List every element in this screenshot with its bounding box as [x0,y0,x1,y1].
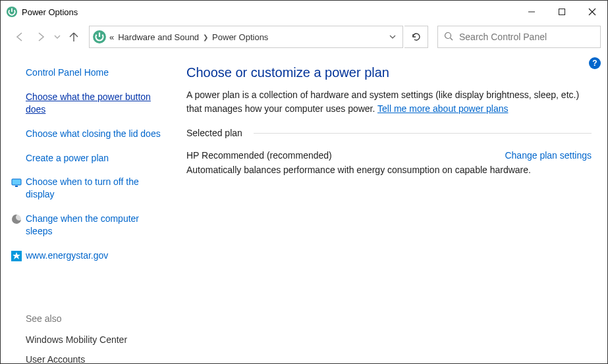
title-bar: Power Options [1,1,607,23]
display-icon [11,177,22,188]
content-area: Control Panel Home Choose what the power… [1,51,607,364]
sidebar-link-sleep[interactable]: Change when the computer sleeps [26,213,164,238]
main-panel: Choose or customize a power plan A power… [171,59,607,364]
svg-rect-9 [15,186,18,187]
sidebar-link-power-button[interactable]: Choose what the power button does [26,91,164,116]
power-options-icon [6,6,18,18]
search-icon [438,32,459,43]
search-input[interactable] [459,32,600,42]
page-heading: Choose or customize a power plan [186,65,592,80]
recent-dropdown[interactable] [52,27,63,47]
sidebar-link-create-plan[interactable]: Create a power plan [26,152,164,165]
window-title: Power Options [22,7,516,17]
window-controls [516,1,607,23]
learn-more-link[interactable]: Tell me more about power plans [377,103,508,114]
plan-name: HP Recommended (recommended) [186,150,332,161]
help-icon[interactable]: ? [589,57,601,69]
back-button[interactable] [10,27,30,47]
up-button[interactable] [64,27,84,47]
moon-icon [11,214,22,224]
maximize-button[interactable] [547,1,577,23]
address-bar[interactable]: « Hardware and Sound ❯ Power Options [89,26,403,48]
see-also-user-accounts[interactable]: User Accounts [26,354,164,364]
svg-line-7 [451,38,453,40]
navigation-bar: « Hardware and Sound ❯ Power Options [1,23,607,51]
control-panel-home-link[interactable]: Control Panel Home [26,66,164,79]
breadcrumb-prefix[interactable]: « [109,32,114,42]
plan-description: Automatically balances performance with … [186,165,592,175]
forward-button[interactable] [31,27,51,47]
sidebar-link-energystar[interactable]: www.energystar.gov [26,249,108,262]
page-description: A power plan is a collection of hardware… [186,88,592,116]
energystar-icon [11,251,22,261]
breadcrumb-hardware-and-sound[interactable]: Hardware and Sound [118,32,199,42]
location-icon [92,30,107,44]
svg-rect-2 [559,9,565,15]
sidebar: Control Panel Home Choose what the power… [1,59,171,364]
svg-rect-8 [12,179,21,185]
see-also-label: See also [26,313,164,324]
sidebar-link-turn-off-display[interactable]: Choose when to turn off the display [26,176,164,201]
chevron-right-icon: ❯ [203,34,208,41]
plan-row: HP Recommended (recommended) Change plan… [186,150,592,161]
search-box[interactable] [437,26,601,48]
see-also-mobility-center[interactable]: Windows Mobility Center [26,334,164,345]
refresh-button[interactable] [404,26,428,48]
minimize-button[interactable] [516,1,547,23]
close-button[interactable] [577,1,607,23]
selected-plan-label: Selected plan [186,128,592,138]
svg-point-6 [445,32,451,38]
address-dropdown[interactable] [381,26,402,47]
sidebar-link-closing-lid[interactable]: Choose what closing the lid does [26,128,164,140]
change-plan-settings-link[interactable]: Change plan settings [505,150,592,161]
breadcrumb: « Hardware and Sound ❯ Power Options [109,32,381,42]
breadcrumb-power-options[interactable]: Power Options [212,32,268,42]
